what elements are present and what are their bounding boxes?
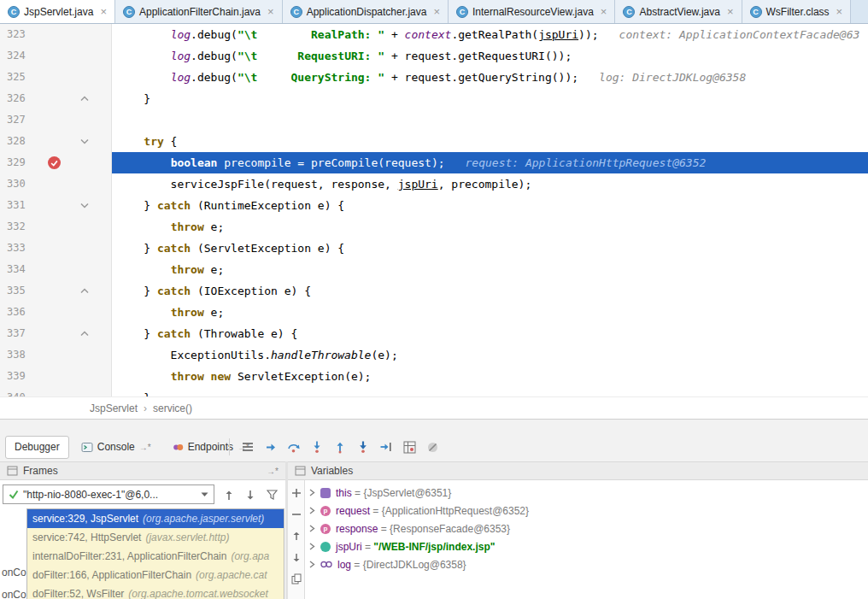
editor-gutter[interactable]: 329: [0, 152, 112, 173]
menu-button[interactable]: [239, 438, 256, 455]
editor-gutter[interactable]: 327: [0, 109, 112, 131]
editor-gutter[interactable]: 336: [0, 302, 112, 323]
expand-chevron-icon[interactable]: [309, 525, 315, 532]
variable-text: jspUri = "/WEB-INF/jsp/index.jsp": [336, 541, 495, 553]
breakpoint-icon[interactable]: [48, 156, 61, 169]
variable-row-request[interactable]: prequest = {ApplicationHttpRequest@6352}: [306, 502, 868, 520]
code-text: try {: [112, 135, 177, 148]
step-out-button[interactable]: [331, 438, 349, 455]
line-number: 326: [7, 88, 26, 109]
tab-close-icon[interactable]: ×: [601, 5, 607, 18]
stack-frame-row[interactable]: service:329, JspServlet(org.apache.jaspe…: [27, 509, 284, 528]
frames-header-suffix: →*: [267, 467, 279, 476]
tab-label: Console: [97, 441, 135, 453]
editor-gutter[interactable]: 333: [0, 238, 112, 259]
editor-tab-jspservlet-java[interactable]: CJspServlet.java×: [0, 0, 115, 23]
variable-row-jspUri[interactable]: jspUri = "/WEB-INF/jsp/index.jsp": [306, 537, 868, 555]
fold-up-icon[interactable]: [80, 96, 89, 102]
code-line-327: 327: [0, 109, 868, 131]
code-text: throw new ServletException(e);: [112, 370, 371, 383]
tab-label: InternalResourceView.java: [472, 6, 594, 18]
fold-up-icon[interactable]: [80, 288, 89, 294]
code-line-326: 326 }: [0, 88, 868, 109]
stack-frames-list: service:329, JspServlet(org.apache.jaspe…: [26, 508, 284, 599]
editor-gutter[interactable]: 326: [0, 88, 112, 109]
view-breakpoints-button[interactable]: [401, 438, 418, 455]
stack-frame-row[interactable]: service:742, HttpServlet(javax.servlet.h…: [27, 528, 284, 547]
mute-breakpoints-button[interactable]: [424, 438, 441, 455]
variables-tree: this = {JspServlet@6351}prequest = {Appl…: [306, 484, 868, 573]
editor-gutter[interactable]: 334: [0, 259, 112, 280]
toolwindow-tab-console[interactable]: Console→*: [72, 436, 161, 459]
hide-frames-filter-button[interactable]: [265, 488, 279, 502]
fold-up-icon[interactable]: [80, 331, 89, 337]
line-number: 324: [7, 45, 26, 67]
code-text: } catch (RuntimeException e) {: [112, 199, 344, 212]
code-line-340: 340 }: [0, 387, 868, 396]
editor-gutter[interactable]: 332: [0, 216, 112, 238]
force-step-into-button[interactable]: [355, 438, 372, 455]
editor-gutter[interactable]: 324: [0, 45, 112, 67]
breadcrumb: JspServlet › service(): [0, 396, 868, 419]
editor-gutter[interactable]: 323: [0, 24, 112, 45]
show-execution-point-button[interactable]: [262, 438, 279, 455]
debug-toolwindow-header: DebuggerConsole→*Endpoints→*: [0, 419, 868, 461]
editor-gutter[interactable]: 338: [0, 344, 112, 366]
stack-frame-row[interactable]: doFilter:166, ApplicationFilterChain(org…: [27, 566, 284, 584]
tab-close-icon[interactable]: ×: [433, 5, 440, 18]
stack-frame-row[interactable]: doFilter:52, WsFilter(org.apache.tomcat.…: [27, 584, 284, 599]
toolwindow-tab-debugger[interactable]: Debugger: [5, 436, 69, 459]
editor-tab-abstractview-java[interactable]: CAbstractView.java×: [615, 0, 742, 23]
code-line-335: 335 } catch (IOException e) {: [0, 280, 868, 302]
thread-selector-dropdown[interactable]: "http-nio-8080-exec-1"@6,0...: [3, 484, 214, 504]
expand-chevron-icon[interactable]: [309, 489, 315, 496]
remove-button[interactable]: [290, 508, 302, 520]
breadcrumb-item-class[interactable]: JspServlet: [90, 402, 138, 414]
copy-button[interactable]: [290, 573, 302, 584]
editor-gutter[interactable]: 328: [0, 131, 112, 152]
step-over-button[interactable]: [285, 438, 302, 455]
next-frame-button[interactable]: [243, 488, 257, 502]
editor-gutter[interactable]: 335: [0, 280, 112, 302]
step-into-button[interactable]: [308, 438, 326, 455]
previous-frame-button[interactable]: [222, 488, 236, 502]
add-button[interactable]: [290, 487, 302, 499]
stack-frame-row[interactable]: internalDoFilter:231, ApplicationFilterC…: [27, 547, 284, 566]
expand-chevron-icon[interactable]: [309, 543, 315, 550]
editor-gutter[interactable]: 331: [0, 195, 112, 216]
fold-down-icon[interactable]: [80, 138, 89, 144]
variable-row-response[interactable]: presponse = {ResponseFacade@6353}: [306, 520, 868, 537]
editor-gutter[interactable]: 325: [0, 67, 112, 88]
expand-chevron-icon[interactable]: [309, 561, 315, 568]
variable-row-log[interactable]: log = {DirectJDKLog@6358}: [306, 555, 868, 573]
line-number: 327: [7, 109, 26, 131]
tab-close-icon[interactable]: ×: [727, 5, 734, 18]
editor-tab-applicationfilterchain-java[interactable]: CApplicationFilterChain.java×: [115, 0, 283, 23]
editor-gutter[interactable]: 339: [0, 366, 112, 387]
debug-actions-toolbar: [239, 438, 441, 455]
code-text: log.debug("\t RealPath: " + context.getR…: [112, 28, 599, 41]
tab-label: ApplicationFilterChain.java: [139, 6, 261, 18]
editor-tab-internalresourceview-java[interactable]: CInternalResourceView.java×: [449, 0, 615, 23]
variable-row-this[interactable]: this = {JspServlet@6351}: [306, 484, 868, 502]
frames-toolbar: [222, 488, 279, 502]
tab-label: ApplicationDispatcher.java: [307, 6, 427, 18]
code-editor[interactable]: 323 log.debug("\t RealPath: " + context.…: [0, 24, 868, 396]
frame-location: service:742, HttpServlet: [32, 531, 141, 543]
expand-chevron-icon[interactable]: [309, 507, 315, 514]
breadcrumb-item-method[interactable]: service(): [153, 402, 192, 414]
tab-close-icon[interactable]: ×: [836, 5, 843, 18]
code-line-329: 329 boolean precompile = preCompile(requ…: [0, 152, 868, 173]
fold-down-icon[interactable]: [80, 203, 89, 208]
tab-close-icon[interactable]: ×: [100, 5, 107, 18]
code-line-337: 337 } catch (Throwable e) {: [0, 323, 868, 344]
editor-tab-wsfilter-class[interactable]: CWsFilter.class×: [742, 0, 852, 23]
editor-gutter[interactable]: 340: [0, 387, 112, 396]
move-up-button[interactable]: [290, 530, 302, 542]
editor-tab-applicationdispatcher-java[interactable]: CApplicationDispatcher.java×: [283, 0, 449, 23]
editor-gutter[interactable]: 337: [0, 323, 112, 344]
run-to-cursor-button[interactable]: [378, 438, 395, 455]
tab-close-icon[interactable]: ×: [267, 5, 274, 18]
move-down-button[interactable]: [290, 551, 302, 563]
editor-gutter[interactable]: 330: [0, 173, 112, 195]
